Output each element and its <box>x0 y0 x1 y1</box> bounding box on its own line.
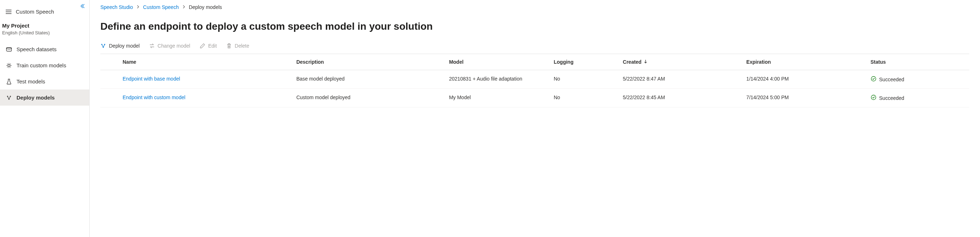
endpoint-name-link[interactable]: Endpoint with base model <box>123 76 180 82</box>
svg-point-2 <box>8 65 10 66</box>
sidebar-item-label: Speech datasets <box>16 46 57 52</box>
main-content: Speech Studio Custom Speech Deploy model… <box>90 0 980 237</box>
test-icon <box>6 79 12 84</box>
table-header-row: Name Description Model Logging Created E… <box>100 54 969 70</box>
toolbar-button-label: Edit <box>208 43 217 49</box>
endpoint-status: Succeeded <box>879 77 904 82</box>
sidebar-title[interactable]: Custom Speech <box>0 3 89 20</box>
column-created[interactable]: Created <box>619 54 742 70</box>
change-model-button: Change model <box>149 43 190 49</box>
endpoint-created: 5/22/2022 8:47 AM <box>619 70 742 89</box>
sidebar-item-test-models[interactable]: Test models <box>0 73 89 90</box>
success-icon <box>871 95 877 101</box>
breadcrumb-link-custom-speech[interactable]: Custom Speech <box>143 4 179 10</box>
column-model[interactable]: Model <box>445 54 549 70</box>
sidebar-item-label: Train custom models <box>16 62 66 68</box>
deploy-model-button[interactable]: Deploy model <box>100 43 140 49</box>
endpoint-expiration: 7/14/2024 5:00 PM <box>742 89 866 107</box>
svg-rect-0 <box>6 47 11 51</box>
sidebar-item-deploy-models[interactable]: Deploy models <box>0 90 89 106</box>
toolbar-button-label: Change model <box>158 43 190 49</box>
column-name[interactable]: Name <box>118 54 292 70</box>
dataset-icon <box>6 47 12 52</box>
endpoints-table: Name Description Model Logging Created E… <box>100 54 969 107</box>
project-info: My Project English (United States) <box>0 20 89 41</box>
sidebar-item-train-models[interactable]: Train custom models <box>0 57 89 73</box>
endpoint-description: Custom model deployed <box>292 89 445 107</box>
select-all-column[interactable] <box>100 54 118 70</box>
toolbar-button-label: Deploy model <box>109 43 140 49</box>
sidebar-title-label: Custom Speech <box>16 9 54 15</box>
delete-icon <box>226 43 232 49</box>
toolbar-button-label: Delete <box>235 43 249 49</box>
toolbar: Deploy model Change model Edit Delete <box>100 43 969 54</box>
sidebar: Custom Speech My Project English (United… <box>0 0 90 237</box>
breadcrumb-link-speech-studio[interactable]: Speech Studio <box>100 4 133 10</box>
endpoint-name-link[interactable]: Endpoint with custom model <box>123 95 185 100</box>
collapse-sidebar-button[interactable] <box>80 3 85 9</box>
endpoint-expiration: 1/14/2024 4:00 PM <box>742 70 866 89</box>
swap-icon <box>149 43 155 49</box>
edit-button: Edit <box>200 43 217 49</box>
page-title: Define an endpoint to deploy a custom sp… <box>100 21 969 32</box>
endpoint-created: 5/22/2022 8:45 AM <box>619 89 742 107</box>
endpoint-logging: No <box>549 70 619 89</box>
list-icon <box>6 9 11 15</box>
row-select[interactable] <box>100 89 118 107</box>
endpoint-model: 20210831 + Audio file adaptation <box>445 70 549 89</box>
sidebar-item-label: Test models <box>16 78 45 84</box>
train-icon <box>6 63 12 68</box>
column-created-label: Created <box>623 59 642 65</box>
chevron-right-icon <box>183 5 185 9</box>
table-row[interactable]: Endpoint with base model Base model depl… <box>100 70 969 89</box>
project-name: My Project <box>2 22 88 28</box>
deploy-icon <box>100 43 106 49</box>
deploy-icon <box>6 95 12 101</box>
svg-point-1 <box>6 47 11 49</box>
column-status[interactable]: Status <box>866 54 969 70</box>
success-icon <box>871 76 877 83</box>
endpoint-logging: No <box>549 89 619 107</box>
table-row[interactable]: Endpoint with custom model Custom model … <box>100 89 969 107</box>
arrow-down-icon <box>644 59 648 65</box>
endpoint-model: My Model <box>445 89 549 107</box>
project-locale: English (United States) <box>2 30 88 35</box>
column-description[interactable]: Description <box>292 54 445 70</box>
breadcrumb-current: Deploy models <box>189 4 222 10</box>
column-logging[interactable]: Logging <box>549 54 619 70</box>
delete-button: Delete <box>226 43 249 49</box>
breadcrumb: Speech Studio Custom Speech Deploy model… <box>100 4 969 10</box>
endpoint-description: Base model deployed <box>292 70 445 89</box>
edit-icon <box>200 43 205 49</box>
sidebar-item-label: Deploy models <box>16 95 55 101</box>
row-select[interactable] <box>100 70 118 89</box>
sidebar-item-speech-datasets[interactable]: Speech datasets <box>0 41 89 57</box>
column-expiration[interactable]: Expiration <box>742 54 866 70</box>
endpoint-status: Succeeded <box>879 95 904 101</box>
chevron-right-icon <box>137 5 140 9</box>
